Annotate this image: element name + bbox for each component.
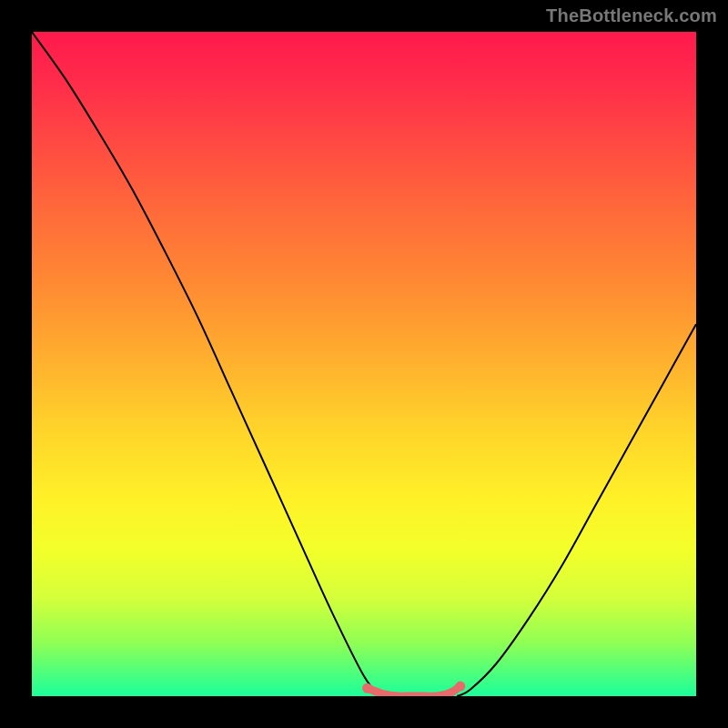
chart-frame: TheBottleneck.com <box>0 0 728 728</box>
plot-area <box>32 32 696 696</box>
watermark-text: TheBottleneck.com <box>546 5 717 26</box>
flat-region-end-dot <box>455 682 465 692</box>
curve-layer <box>32 32 696 696</box>
flat-region-start-dot <box>362 683 372 693</box>
flat-region-curve <box>368 686 460 696</box>
left-curve <box>32 32 380 696</box>
right-curve <box>457 324 696 696</box>
